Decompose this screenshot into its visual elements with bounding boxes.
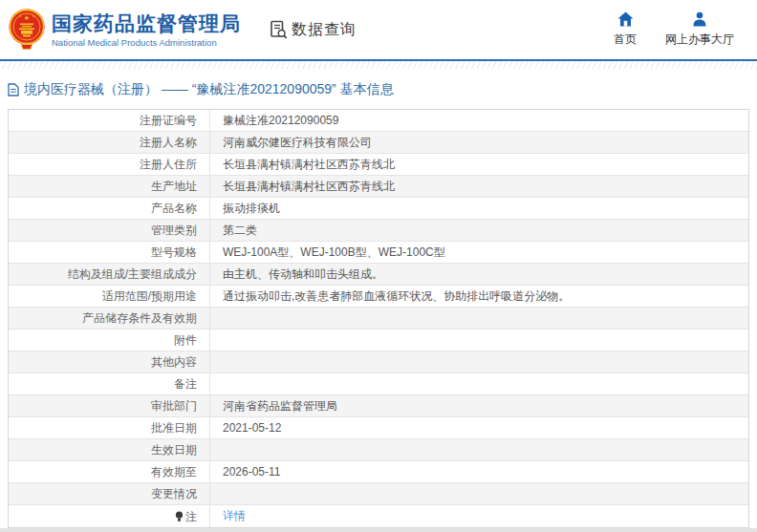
row-label: 注册人住所 [9,154,210,175]
page-title-text: 境内医疗器械（注册） —— “豫械注准20212090059” 基本信息 [24,81,394,98]
row-value: WEJ-100A型、WEJ-100B型、WEJ-100C型 [210,242,748,263]
details-link[interactable]: 详情 [223,509,246,522]
nav-service-hall-label: 网上办事大厅 [665,32,734,48]
national-emblem-logo: ★ ★ ★ [8,8,46,52]
row-value: 长垣县满村镇满村社区西苏青线北 [210,176,748,197]
row-label: 注 [9,505,210,527]
brand-text: 国家药品监督管理局 National Medical Products Admi… [52,12,241,48]
brand: ★ ★ ★ 国家药品监督管理局 National Medical Product… [8,8,241,52]
table-row: 生产地址 长垣县满村镇满村社区西苏青线北 [9,176,748,198]
table-row: 批准日期 2021-05-12 [9,417,748,439]
row-value: 第二类 [210,220,748,241]
agency-subtitle: National Medical Products Administration [52,37,241,48]
row-value: 豫械注准20212090059 [210,110,748,131]
table-row: 产品储存条件及有效期 [9,308,748,330]
row-value [210,351,748,372]
table-row: 有效期至 2026-05-11 [9,461,748,483]
data-query-tab[interactable]: 数据查询 [270,20,357,40]
table-row: 产品名称 振动排痰机 [9,198,748,220]
row-label: 结构及组成/主要组成成分 [9,264,210,285]
row-label: 变更情况 [9,483,210,504]
row-value [210,330,748,351]
note-icon [175,511,184,522]
row-value [210,439,748,460]
row-label: 产品储存条件及有效期 [9,308,210,329]
table-row: 管理类别 第二类 [9,220,748,242]
row-label: 批准日期 [9,417,210,438]
row-label: 适用范围/预期用途 [9,286,210,307]
row-label: 附件 [9,330,210,351]
document-icon [8,83,19,96]
svg-text:★: ★ [24,14,30,21]
nav-home[interactable]: 首页 [614,11,637,48]
row-label: 生效日期 [9,439,210,460]
top-nav: 首页 网上办事大厅 [614,11,734,48]
stripe-band [0,61,757,69]
table-row: 其他内容 [9,351,748,373]
row-value: 长垣县满村镇满村社区西苏青线北 [210,154,748,175]
row-label: 审批部门 [9,395,210,416]
table-row: 注册人住所 长垣县满村镇满村社区西苏青线北 [9,154,748,176]
agency-title: 国家药品监督管理局 [52,12,241,35]
page-title: 境内医疗器械（注册） —— “豫械注准20212090059” 基本信息 [0,69,757,109]
row-value [210,308,748,329]
table-row: 结构及组成/主要组成成分 由主机、传动轴和叩击头组成。 [9,264,748,286]
row-label: 产品名称 [9,198,210,219]
row-value: 河南省药品监督管理局 [210,395,748,416]
nav-home-label: 首页 [614,32,637,48]
site-header: ★ ★ ★ 国家药品监督管理局 National Medical Product… [0,0,757,59]
nav-service-hall[interactable]: 网上办事大厅 [665,11,734,48]
row-value: 2021-05-12 [210,417,748,438]
data-query-label: 数据查询 [292,20,357,40]
svg-text:★: ★ [18,14,21,18]
table-row: 变更情况 [9,483,748,505]
row-value: 振动排痰机 [210,198,748,219]
row-value: 由主机、传动轴和叩击头组成。 [210,264,748,285]
table-row: 注册人名称 河南威尔健医疗科技有限公司 [9,132,748,154]
table-row-note: 注 详情 [9,505,748,527]
row-value [210,373,748,394]
registration-info-table: 注册证编号 豫械注准20212090059 注册人名称 河南威尔健医疗科技有限公… [8,109,749,528]
row-label-text: 注 [185,506,197,527]
table-row: 备注 [9,373,748,395]
row-value: 通过振动叩击,改善患者肺部血液循环状况、协助排出呼吸道分泌物。 [210,286,748,307]
table-row: 型号规格 WEJ-100A型、WEJ-100B型、WEJ-100C型 [9,242,748,264]
row-value: 2026-05-11 [210,461,748,482]
row-label: 注册人名称 [9,132,210,153]
row-value: 河南威尔健医疗科技有限公司 [210,132,748,153]
table-row: 适用范围/预期用途 通过振动叩击,改善患者肺部血液循环状况、协助排出呼吸道分泌物… [9,286,748,308]
table-row: 注册证编号 豫械注准20212090059 [9,110,748,132]
home-icon [617,11,634,27]
row-label: 注册证编号 [9,110,210,131]
row-value [210,483,748,504]
row-label: 有效期至 [9,461,210,482]
person-icon [692,11,707,27]
row-label: 备注 [9,373,210,394]
doc-search-icon [270,20,288,39]
table-row: 审批部门 河南省药品监督管理局 [9,395,748,417]
row-label: 管理类别 [9,220,210,241]
table-row: 生效日期 [9,439,748,461]
svg-text:★: ★ [32,14,34,18]
table-row: 附件 [9,330,748,351]
row-value: 详情 [210,505,748,527]
row-label: 型号规格 [9,242,210,263]
row-label: 生产地址 [9,176,210,197]
row-label: 其他内容 [9,351,210,372]
footer-band [0,528,757,532]
